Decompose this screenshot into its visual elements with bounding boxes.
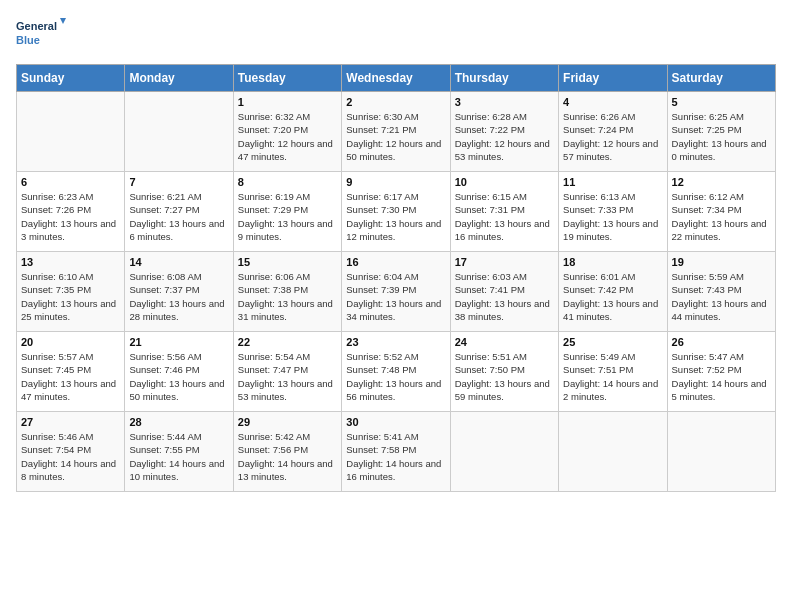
day-number: 1 xyxy=(238,96,337,108)
page-header: General Blue xyxy=(16,16,776,52)
calendar-cell: 20Sunrise: 5:57 AMSunset: 7:45 PMDayligh… xyxy=(17,332,125,412)
day-number: 13 xyxy=(21,256,120,268)
day-number: 12 xyxy=(672,176,771,188)
calendar-cell: 12Sunrise: 6:12 AMSunset: 7:34 PMDayligh… xyxy=(667,172,775,252)
day-number: 3 xyxy=(455,96,554,108)
svg-text:General: General xyxy=(16,20,57,32)
calendar-cell: 30Sunrise: 5:41 AMSunset: 7:58 PMDayligh… xyxy=(342,412,450,492)
day-detail: Sunrise: 5:52 AMSunset: 7:48 PMDaylight:… xyxy=(346,350,445,403)
day-detail: Sunrise: 5:42 AMSunset: 7:56 PMDaylight:… xyxy=(238,430,337,483)
logo-svg: General Blue xyxy=(16,16,66,52)
day-number: 15 xyxy=(238,256,337,268)
day-number: 29 xyxy=(238,416,337,428)
day-detail: Sunrise: 5:47 AMSunset: 7:52 PMDaylight:… xyxy=(672,350,771,403)
day-number: 6 xyxy=(21,176,120,188)
day-number: 9 xyxy=(346,176,445,188)
calendar-cell: 11Sunrise: 6:13 AMSunset: 7:33 PMDayligh… xyxy=(559,172,667,252)
calendar-cell xyxy=(450,412,558,492)
calendar-cell: 4Sunrise: 6:26 AMSunset: 7:24 PMDaylight… xyxy=(559,92,667,172)
calendar-cell: 24Sunrise: 5:51 AMSunset: 7:50 PMDayligh… xyxy=(450,332,558,412)
calendar-week-row: 6Sunrise: 6:23 AMSunset: 7:26 PMDaylight… xyxy=(17,172,776,252)
day-number: 26 xyxy=(672,336,771,348)
calendar-cell: 5Sunrise: 6:25 AMSunset: 7:25 PMDaylight… xyxy=(667,92,775,172)
col-header-monday: Monday xyxy=(125,65,233,92)
day-detail: Sunrise: 5:44 AMSunset: 7:55 PMDaylight:… xyxy=(129,430,228,483)
day-detail: Sunrise: 6:26 AMSunset: 7:24 PMDaylight:… xyxy=(563,110,662,163)
calendar-cell: 29Sunrise: 5:42 AMSunset: 7:56 PMDayligh… xyxy=(233,412,341,492)
day-number: 18 xyxy=(563,256,662,268)
day-number: 10 xyxy=(455,176,554,188)
day-detail: Sunrise: 6:01 AMSunset: 7:42 PMDaylight:… xyxy=(563,270,662,323)
day-detail: Sunrise: 6:13 AMSunset: 7:33 PMDaylight:… xyxy=(563,190,662,243)
day-number: 24 xyxy=(455,336,554,348)
calendar-cell: 14Sunrise: 6:08 AMSunset: 7:37 PMDayligh… xyxy=(125,252,233,332)
day-number: 25 xyxy=(563,336,662,348)
calendar-cell: 26Sunrise: 5:47 AMSunset: 7:52 PMDayligh… xyxy=(667,332,775,412)
calendar-cell xyxy=(17,92,125,172)
day-number: 20 xyxy=(21,336,120,348)
calendar-week-row: 27Sunrise: 5:46 AMSunset: 7:54 PMDayligh… xyxy=(17,412,776,492)
calendar-cell: 18Sunrise: 6:01 AMSunset: 7:42 PMDayligh… xyxy=(559,252,667,332)
calendar-cell: 8Sunrise: 6:19 AMSunset: 7:29 PMDaylight… xyxy=(233,172,341,252)
calendar-cell: 2Sunrise: 6:30 AMSunset: 7:21 PMDaylight… xyxy=(342,92,450,172)
logo: General Blue xyxy=(16,16,66,52)
calendar-week-row: 1Sunrise: 6:32 AMSunset: 7:20 PMDaylight… xyxy=(17,92,776,172)
day-number: 28 xyxy=(129,416,228,428)
calendar-cell: 7Sunrise: 6:21 AMSunset: 7:27 PMDaylight… xyxy=(125,172,233,252)
day-detail: Sunrise: 5:51 AMSunset: 7:50 PMDaylight:… xyxy=(455,350,554,403)
day-number: 27 xyxy=(21,416,120,428)
day-detail: Sunrise: 5:54 AMSunset: 7:47 PMDaylight:… xyxy=(238,350,337,403)
day-detail: Sunrise: 6:19 AMSunset: 7:29 PMDaylight:… xyxy=(238,190,337,243)
calendar-cell: 10Sunrise: 6:15 AMSunset: 7:31 PMDayligh… xyxy=(450,172,558,252)
day-detail: Sunrise: 5:57 AMSunset: 7:45 PMDaylight:… xyxy=(21,350,120,403)
calendar-cell: 22Sunrise: 5:54 AMSunset: 7:47 PMDayligh… xyxy=(233,332,341,412)
svg-marker-1 xyxy=(60,18,66,24)
col-header-thursday: Thursday xyxy=(450,65,558,92)
calendar-cell: 9Sunrise: 6:17 AMSunset: 7:30 PMDaylight… xyxy=(342,172,450,252)
day-detail: Sunrise: 6:06 AMSunset: 7:38 PMDaylight:… xyxy=(238,270,337,323)
day-detail: Sunrise: 6:25 AMSunset: 7:25 PMDaylight:… xyxy=(672,110,771,163)
day-detail: Sunrise: 6:04 AMSunset: 7:39 PMDaylight:… xyxy=(346,270,445,323)
col-header-saturday: Saturday xyxy=(667,65,775,92)
day-number: 11 xyxy=(563,176,662,188)
day-number: 23 xyxy=(346,336,445,348)
calendar-header-row: SundayMondayTuesdayWednesdayThursdayFrid… xyxy=(17,65,776,92)
calendar-table: SundayMondayTuesdayWednesdayThursdayFrid… xyxy=(16,64,776,492)
col-header-sunday: Sunday xyxy=(17,65,125,92)
day-number: 5 xyxy=(672,96,771,108)
svg-text:Blue: Blue xyxy=(16,34,40,46)
calendar-week-row: 20Sunrise: 5:57 AMSunset: 7:45 PMDayligh… xyxy=(17,332,776,412)
day-detail: Sunrise: 5:56 AMSunset: 7:46 PMDaylight:… xyxy=(129,350,228,403)
day-detail: Sunrise: 6:32 AMSunset: 7:20 PMDaylight:… xyxy=(238,110,337,163)
day-detail: Sunrise: 5:59 AMSunset: 7:43 PMDaylight:… xyxy=(672,270,771,323)
calendar-cell: 16Sunrise: 6:04 AMSunset: 7:39 PMDayligh… xyxy=(342,252,450,332)
day-detail: Sunrise: 6:21 AMSunset: 7:27 PMDaylight:… xyxy=(129,190,228,243)
calendar-cell: 17Sunrise: 6:03 AMSunset: 7:41 PMDayligh… xyxy=(450,252,558,332)
calendar-cell: 15Sunrise: 6:06 AMSunset: 7:38 PMDayligh… xyxy=(233,252,341,332)
calendar-cell: 13Sunrise: 6:10 AMSunset: 7:35 PMDayligh… xyxy=(17,252,125,332)
day-number: 14 xyxy=(129,256,228,268)
calendar-cell xyxy=(667,412,775,492)
day-number: 7 xyxy=(129,176,228,188)
day-detail: Sunrise: 6:17 AMSunset: 7:30 PMDaylight:… xyxy=(346,190,445,243)
col-header-friday: Friday xyxy=(559,65,667,92)
calendar-cell: 28Sunrise: 5:44 AMSunset: 7:55 PMDayligh… xyxy=(125,412,233,492)
calendar-cell: 1Sunrise: 6:32 AMSunset: 7:20 PMDaylight… xyxy=(233,92,341,172)
calendar-week-row: 13Sunrise: 6:10 AMSunset: 7:35 PMDayligh… xyxy=(17,252,776,332)
calendar-cell: 21Sunrise: 5:56 AMSunset: 7:46 PMDayligh… xyxy=(125,332,233,412)
day-detail: Sunrise: 6:15 AMSunset: 7:31 PMDaylight:… xyxy=(455,190,554,243)
day-number: 8 xyxy=(238,176,337,188)
day-number: 19 xyxy=(672,256,771,268)
day-number: 2 xyxy=(346,96,445,108)
col-header-wednesday: Wednesday xyxy=(342,65,450,92)
day-detail: Sunrise: 5:49 AMSunset: 7:51 PMDaylight:… xyxy=(563,350,662,403)
day-detail: Sunrise: 6:03 AMSunset: 7:41 PMDaylight:… xyxy=(455,270,554,323)
calendar-cell xyxy=(559,412,667,492)
day-detail: Sunrise: 6:10 AMSunset: 7:35 PMDaylight:… xyxy=(21,270,120,323)
calendar-cell: 19Sunrise: 5:59 AMSunset: 7:43 PMDayligh… xyxy=(667,252,775,332)
calendar-cell: 25Sunrise: 5:49 AMSunset: 7:51 PMDayligh… xyxy=(559,332,667,412)
day-number: 17 xyxy=(455,256,554,268)
calendar-cell: 23Sunrise: 5:52 AMSunset: 7:48 PMDayligh… xyxy=(342,332,450,412)
day-detail: Sunrise: 5:46 AMSunset: 7:54 PMDaylight:… xyxy=(21,430,120,483)
calendar-cell: 6Sunrise: 6:23 AMSunset: 7:26 PMDaylight… xyxy=(17,172,125,252)
